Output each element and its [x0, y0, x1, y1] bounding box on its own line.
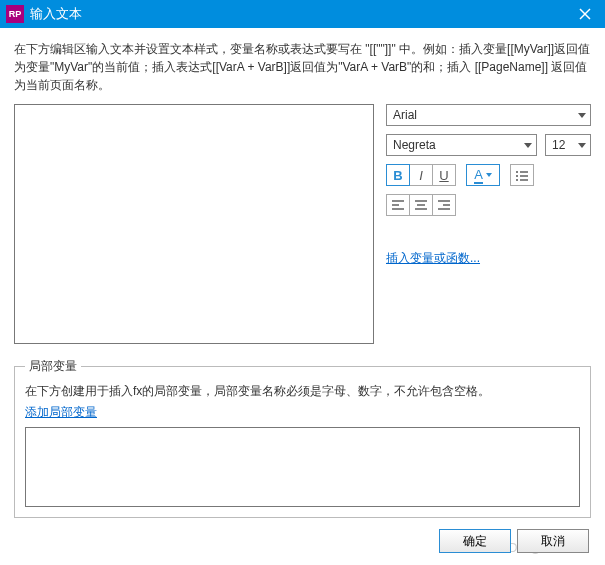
local-vars-list[interactable]	[25, 427, 580, 507]
font-weight-select[interactable]: Negreta	[386, 134, 537, 156]
dialog-footer: 确定 取消	[427, 523, 601, 559]
chevron-down-icon	[578, 143, 586, 148]
local-vars-heading: 局部变量	[25, 358, 81, 375]
font-size-select[interactable]: 12	[545, 134, 591, 156]
titlebar: RP 输入文本	[0, 0, 605, 28]
align-right-icon	[437, 199, 451, 211]
font-family-select[interactable]: Arial	[386, 104, 591, 126]
bullet-list-button[interactable]	[510, 164, 534, 186]
align-center-button[interactable]	[409, 194, 433, 216]
align-group	[386, 194, 456, 216]
underline-button[interactable]: U	[432, 164, 456, 186]
window-title: 输入文本	[30, 5, 565, 23]
app-icon: RP	[6, 5, 24, 23]
list-group	[510, 164, 534, 186]
svg-point-4	[516, 179, 518, 181]
color-group: A	[466, 164, 500, 186]
font-family-value: Arial	[393, 108, 417, 122]
align-left-button[interactable]	[386, 194, 410, 216]
bullet-list-icon	[515, 169, 529, 181]
close-button[interactable]	[565, 0, 605, 28]
chevron-down-icon	[486, 173, 492, 177]
chevron-down-icon	[578, 113, 586, 118]
cancel-button[interactable]: 取消	[517, 529, 589, 553]
insert-variable-link[interactable]: 插入变量或函数...	[386, 250, 591, 267]
close-icon	[579, 8, 591, 20]
ok-button[interactable]: 确定	[439, 529, 511, 553]
font-size-value: 12	[552, 138, 565, 152]
italic-button[interactable]: I	[409, 164, 433, 186]
add-local-var-link[interactable]: 添加局部变量	[25, 405, 97, 419]
instructions-text: 在下方编辑区输入文本并设置文本样式，变量名称或表达式要写在 "[[""]]" 中…	[14, 40, 591, 94]
font-color-button[interactable]: A	[466, 164, 500, 186]
align-center-icon	[414, 199, 428, 211]
align-right-button[interactable]	[432, 194, 456, 216]
font-weight-value: Negreta	[393, 138, 436, 152]
align-left-icon	[391, 199, 405, 211]
format-panel: Arial Negreta 12 B I U	[386, 104, 591, 344]
text-editor[interactable]	[14, 104, 374, 344]
svg-point-2	[516, 171, 518, 173]
text-style-group: B I U	[386, 164, 456, 186]
local-vars-section: 局部变量 在下方创建用于插入fx的局部变量，局部变量名称必须是字母、数字，不允许…	[14, 358, 591, 518]
local-vars-desc: 在下方创建用于插入fx的局部变量，局部变量名称必须是字母、数字，不允许包含空格。	[25, 383, 580, 400]
chevron-down-icon	[524, 143, 532, 148]
bold-button[interactable]: B	[386, 164, 410, 186]
svg-point-3	[516, 175, 518, 177]
